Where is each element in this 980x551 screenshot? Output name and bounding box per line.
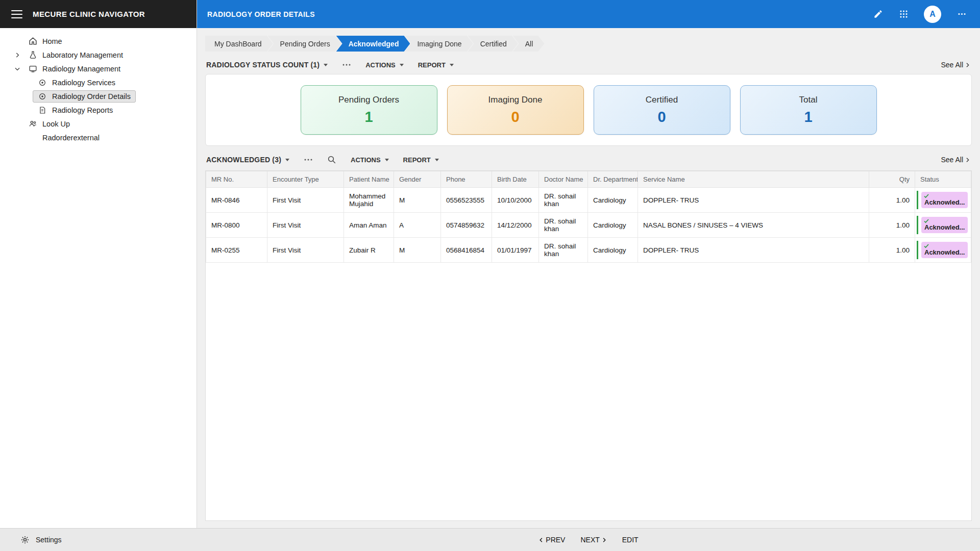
col-doctor-name[interactable]: Doctor Name: [539, 171, 588, 188]
radiology-services-icon: [38, 78, 47, 87]
avatar[interactable]: A: [924, 6, 941, 23]
status-cards-panel: Pending Orders 1 Imaging Done 0 Certifie…: [205, 74, 972, 146]
col-gender[interactable]: Gender: [394, 171, 441, 188]
col-qty[interactable]: Qty: [869, 171, 915, 188]
tab-imaging-done[interactable]: Imaging Done: [405, 36, 473, 52]
col-mr-no[interactable]: MR No.: [206, 171, 267, 188]
sidebar-item-label: Laboratory Management: [42, 51, 123, 59]
radiology-management-icon: [28, 64, 37, 73]
card-total[interactable]: Total 1: [740, 85, 877, 135]
cell-gender: A: [394, 213, 441, 238]
col-encounter-type[interactable]: Encounter Type: [267, 171, 344, 188]
settings-button[interactable]: Settings: [0, 535, 197, 544]
sidebar-item-radiology-management[interactable]: Radiology Management: [0, 62, 197, 76]
next-button[interactable]: NEXT: [580, 536, 606, 544]
cell-phone: 0556523555: [441, 188, 492, 213]
table-header-row: MR No. Encounter Type Patient Name Gende…: [206, 171, 971, 188]
cell-birth-date: 14/12/2000: [492, 213, 539, 238]
orders-table: MR No. Encounter Type Patient Name Gende…: [206, 171, 971, 263]
actions-dropdown[interactable]: ACTIONS: [365, 61, 404, 69]
prev-button[interactable]: PREV: [538, 536, 565, 544]
col-patient-name[interactable]: Patient Name: [344, 171, 394, 188]
sidebar: MECURE CLINIC NAVIGATOR Home: [0, 0, 197, 528]
report-dropdown[interactable]: REPORT: [403, 156, 439, 164]
status-tabs: My DashBoard Pending Orders Acknowledged…: [205, 36, 972, 52]
col-service-name[interactable]: Service Name: [638, 171, 869, 188]
chevron-left-icon: [538, 537, 544, 543]
sidebar-item-radiology-order-details[interactable]: Radiology Order Details: [0, 89, 197, 103]
apps-grid-icon[interactable]: [898, 9, 909, 19]
status-section-title[interactable]: RADIOLOGY STATUS COUNT (1): [206, 61, 328, 69]
chevron-right-icon: [964, 62, 971, 68]
cell-patient-name: Mohammed Mujahid: [344, 188, 394, 213]
top-bar: RADIOLOGY ORDER DETAILS A: [197, 0, 980, 28]
sidebar-item-label: Radiology Order Details: [52, 92, 131, 101]
cell-encounter-type: First Visit: [267, 213, 344, 238]
sidebar-item-laboratory-management[interactable]: Laboratory Management: [0, 48, 197, 62]
status-accent-bar: [917, 191, 918, 209]
col-phone[interactable]: Phone: [441, 171, 492, 188]
chevron-down-icon[interactable]: [14, 65, 23, 72]
report-dropdown[interactable]: REPORT: [418, 61, 454, 69]
bottom-bar: Settings PREV NEXT EDIT: [0, 528, 980, 551]
check-icon: [923, 243, 929, 249]
cell-service-name: DOPPLER- TRUS: [638, 188, 869, 213]
edit-button[interactable]: EDIT: [622, 536, 639, 544]
sidebar-item-label: Radiology Services: [52, 79, 115, 87]
cell-gender: M: [394, 238, 441, 263]
table-row[interactable]: MR-0846 First Visit Mohammed Mujahid M 0…: [206, 188, 971, 213]
cell-gender: M: [394, 188, 441, 213]
status-badge[interactable]: Acknowled...: [921, 192, 968, 208]
card-imaging-done[interactable]: Imaging Done 0: [447, 85, 584, 135]
edit-pencil-icon[interactable]: [873, 9, 883, 19]
col-birth-date[interactable]: Birth Date: [492, 171, 539, 188]
cell-mr-no: MR-0255: [206, 238, 267, 263]
caret-down-icon: [385, 159, 389, 161]
col-dr-department[interactable]: Dr. Department: [588, 171, 638, 188]
check-icon: [923, 193, 929, 199]
sidebar-item-home[interactable]: Home: [0, 34, 197, 48]
tab-pending-orders[interactable]: Pending Orders: [268, 36, 341, 52]
cell-encounter-type: First Visit: [267, 238, 344, 263]
chevron-right-icon[interactable]: [14, 52, 23, 59]
see-all-orders-link[interactable]: See All: [941, 156, 971, 164]
sidebar-item-radorderexternal[interactable]: Radorderexternal: [0, 131, 197, 144]
tab-certified[interactable]: Certified: [468, 36, 518, 52]
pager-controls: PREV NEXT EDIT: [197, 536, 980, 544]
table-row[interactable]: MR-0255 First Visit Zubair R M 056841685…: [206, 238, 971, 263]
look-up-people-icon: [28, 119, 37, 129]
sidebar-item-look-up[interactable]: Look Up: [0, 117, 197, 131]
table-row[interactable]: MR-0800 First Visit Aman Aman A 05748596…: [206, 213, 971, 238]
more-options-icon[interactable]: [342, 63, 351, 66]
card-value: 0: [511, 109, 519, 126]
status-badge[interactable]: Acknowled...: [921, 217, 968, 233]
hamburger-menu-icon[interactable]: [11, 10, 22, 18]
cell-dr-department: Cardiology: [588, 213, 638, 238]
tab-acknowledged[interactable]: Acknowledged: [336, 36, 410, 52]
sidebar-item-radiology-services[interactable]: Radiology Services: [0, 76, 197, 89]
search-icon[interactable]: [327, 155, 336, 164]
actions-dropdown[interactable]: ACTIONS: [351, 156, 389, 164]
gear-icon: [20, 535, 30, 544]
sidebar-header: MECURE CLINIC NAVIGATOR: [0, 0, 197, 28]
content: My DashBoard Pending Orders Acknowledged…: [197, 28, 980, 528]
sidebar-item-radiology-reports[interactable]: Radiology Reports: [0, 103, 197, 117]
card-certified[interactable]: Certified 0: [594, 85, 730, 135]
tab-my-dashboard[interactable]: My DashBoard: [205, 36, 273, 52]
see-all-status-link[interactable]: See All: [941, 61, 971, 69]
status-badge[interactable]: Acknowled...: [921, 242, 968, 258]
col-status[interactable]: Status: [915, 171, 971, 188]
card-value: 1: [804, 109, 812, 126]
cell-qty: 1.00: [869, 188, 915, 213]
more-options-icon[interactable]: [304, 158, 313, 161]
card-pending-orders[interactable]: Pending Orders 1: [301, 85, 437, 135]
cell-dr-department: Cardiology: [588, 188, 638, 213]
cell-doctor-name: DR. sohail khan: [539, 188, 588, 213]
cell-encounter-type: First Visit: [267, 188, 344, 213]
report-document-icon: [38, 106, 47, 115]
sidebar-item-label: Home: [42, 37, 62, 45]
orders-section-title[interactable]: ACKNOWLEDGED (3): [206, 156, 289, 164]
more-menu-icon[interactable]: [957, 9, 967, 19]
radiology-order-details-icon: [38, 92, 47, 101]
cell-status: Acknowled...: [915, 238, 971, 263]
